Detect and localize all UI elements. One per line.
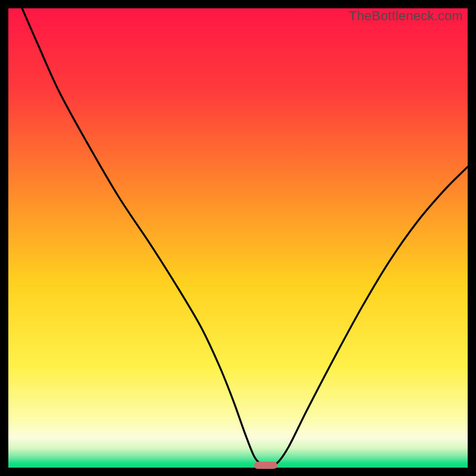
chart-frame: TheBottleneck.com — [8, 8, 468, 468]
bottleneck-curve — [8, 8, 468, 468]
minimum-marker — [254, 462, 277, 469]
watermark-text: TheBottleneck.com — [349, 8, 463, 24]
plot-area — [8, 8, 468, 468]
